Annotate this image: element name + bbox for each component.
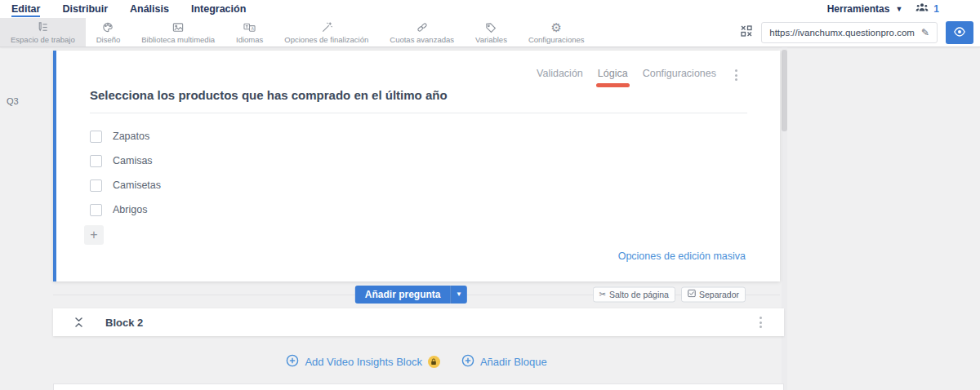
answer-options: Zapatos Camisas Camisetas Abrigos (90, 124, 161, 222)
tools-dropdown-label: Herramientas (827, 3, 890, 15)
tab-espacio-de-trabajo[interactable]: Espacio de trabajo (0, 18, 86, 47)
question-action-row: Añadir pregunta ▼ ✂ Salto de página Sepa… (53, 281, 780, 307)
tab-opciones-de-finalizacion[interactable]: Opciones de finalización (274, 18, 379, 47)
premium-lock-badge (428, 356, 440, 368)
page-break-button[interactable]: ✂ Salto de página (593, 286, 675, 302)
chain-links-icon (416, 21, 429, 33)
add-block-link[interactable]: Añadir Bloque (461, 354, 547, 370)
checked-box-icon (688, 290, 696, 299)
tab-label: Espacio de trabajo (11, 35, 75, 44)
tab-variables[interactable]: Variables (465, 18, 518, 47)
option-checkbox[interactable] (90, 204, 102, 216)
tag-icon (484, 21, 497, 33)
survey-url: https://ivanchumx.questionpro.com (769, 28, 915, 38)
edit-pencil-icon[interactable]: ✎ (921, 27, 929, 38)
tools-dropdown[interactable]: Herramientas ▼ (827, 3, 903, 15)
top-nav: Editar Distribuir Análisis Integración H… (0, 0, 980, 18)
top-nav-menu: Editar Distribuir Análisis Integración (11, 2, 246, 17)
tab-validacion[interactable]: Validación (537, 68, 583, 79)
nav-item-analisis[interactable]: Análisis (130, 2, 169, 17)
block-menu-button[interactable] (758, 315, 764, 330)
list-item: Abrigos (90, 197, 161, 222)
footer-actions: Add Video Insights Block Añadir Bloque (53, 354, 780, 370)
list-item: Zapatos (90, 124, 161, 148)
nav-item-integracion[interactable]: Integración (191, 2, 246, 17)
scrollbar[interactable] (782, 47, 787, 390)
add-video-insights-label: Add Video Insights Block (305, 356, 422, 368)
tab-biblioteca-multimedia[interactable]: Biblioteca multimedia (131, 18, 225, 47)
tab-idiomas[interactable]: A Idiomas (225, 18, 274, 47)
plus-circle-icon (286, 354, 299, 370)
page-break-label: Salto de página (609, 290, 669, 299)
tab-label: Opciones de finalización (284, 35, 368, 44)
people-icon (915, 2, 929, 16)
gear-icon: ⚙ (551, 21, 562, 33)
option-checkbox[interactable] (90, 131, 102, 143)
chevron-down-icon: ▼ (456, 290, 462, 298)
question-title[interactable]: Selecciona los productos que has comprad… (90, 88, 747, 113)
tab-configuraciones[interactable]: ⚙ Configuraciones (518, 18, 595, 47)
question-menu-button[interactable] (733, 68, 739, 82)
preview-button[interactable] (946, 21, 973, 44)
collaborators[interactable]: 1 (915, 2, 939, 16)
option-label[interactable]: Zapatos (113, 131, 149, 142)
nav-item-distribuir[interactable]: Distribuir (62, 2, 108, 17)
question-tabs: Validación Lógica Configuraciones (537, 68, 716, 79)
option-label[interactable]: Abrigos (113, 204, 147, 215)
eye-icon (953, 25, 966, 40)
add-question-label[interactable]: Añadir pregunta (355, 286, 451, 304)
magic-wand-icon (320, 21, 333, 33)
tab-cuotas-avanzadas[interactable]: Cuotas avanzadas (379, 18, 465, 47)
survey-url-field[interactable]: https://ivanchumx.questionpro.com ✎ (761, 22, 938, 43)
tab-label: Configuraciones (528, 35, 585, 44)
workspace-icon (36, 21, 49, 33)
option-checkbox[interactable] (90, 179, 102, 192)
scrollbar-thumb[interactable] (782, 50, 787, 131)
separator-button[interactable]: Separador (681, 286, 746, 302)
next-card-edge (53, 383, 784, 390)
qr-code-icon[interactable] (740, 24, 753, 41)
option-label[interactable]: Camisetas (113, 179, 161, 191)
separator-label: Separador (699, 290, 739, 299)
add-block-label: Añadir Bloque (480, 356, 547, 368)
chevron-down-icon: ▼ (895, 5, 902, 13)
translate-icon: A (243, 21, 256, 33)
palette-icon (101, 21, 114, 33)
block-header[interactable]: Block 2 (53, 308, 784, 336)
plus-circle-icon (461, 354, 474, 370)
tab-label: Biblioteca multimedia (141, 35, 215, 44)
tab-configuraciones-question[interactable]: Configuraciones (643, 68, 716, 79)
list-item: Camisetas (90, 173, 161, 197)
tab-label: Idiomas (236, 35, 263, 44)
tab-logica[interactable]: Lógica (598, 68, 628, 79)
svg-text:A: A (252, 25, 255, 30)
scissors-icon: ✂ (599, 290, 606, 299)
editor-toolbar: Espacio de trabajo Diseño Biblioteca mul… (0, 18, 980, 47)
question-card: Validación Lógica Configuraciones Selecc… (53, 51, 780, 281)
tab-label: Diseño (96, 35, 121, 44)
add-video-insights-block-link[interactable]: Add Video Insights Block (286, 354, 440, 370)
tab-label: Variables (475, 35, 507, 44)
option-label[interactable]: Camisas (113, 155, 153, 166)
image-icon (172, 21, 185, 33)
add-option-button[interactable]: + (84, 225, 104, 245)
question-id-label: Q3 (7, 96, 19, 106)
block-title: Block 2 (105, 317, 143, 329)
collaborators-count: 1 (933, 3, 939, 15)
add-question-button[interactable]: Añadir pregunta ▼ (355, 286, 467, 304)
option-checkbox[interactable] (90, 155, 102, 167)
tab-label: Cuotas avanzadas (390, 35, 454, 44)
collapse-icon[interactable] (74, 317, 84, 328)
nav-item-editar[interactable]: Editar (11, 2, 40, 17)
bulk-edit-link[interactable]: Opciones de edición masiva (618, 250, 746, 262)
list-item: Camisas (90, 148, 161, 173)
add-question-dropdown[interactable]: ▼ (451, 286, 467, 304)
tab-diseno[interactable]: Diseño (86, 18, 131, 47)
